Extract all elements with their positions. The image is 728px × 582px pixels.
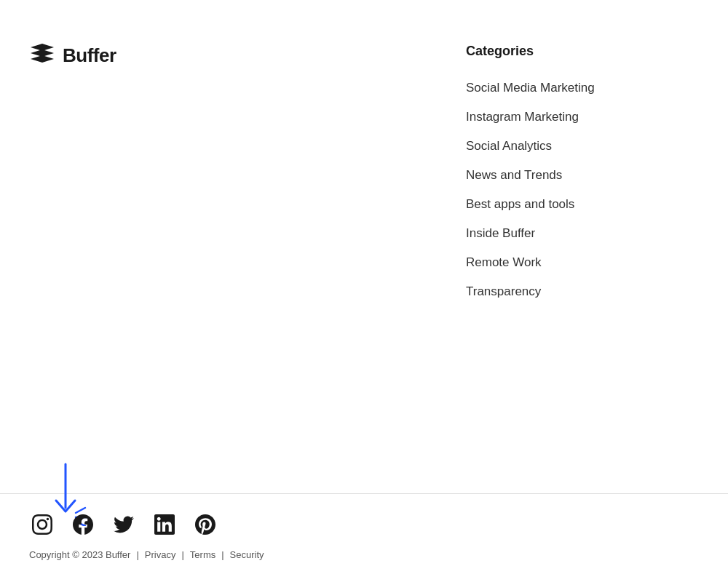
social-icons	[29, 511, 699, 538]
right-section: Categories Social Media Marketing Instag…	[466, 44, 699, 464]
pinterest-icon[interactable]	[192, 511, 218, 538]
twitter-icon[interactable]	[111, 511, 137, 538]
footer-section: Copyright © 2023 Buffer | Privacy | Term…	[0, 493, 728, 582]
category-link-instagram-marketing[interactable]: Instagram Marketing	[466, 110, 579, 124]
list-item[interactable]: News and Trends	[466, 161, 699, 190]
page-container: Buffer Categories Social Media Marketing…	[0, 0, 728, 582]
separator-2: |	[181, 549, 183, 560]
category-link-transparency[interactable]: Transparency	[466, 284, 541, 298]
list-item[interactable]: Instagram Marketing	[466, 103, 699, 132]
categories-title: Categories	[466, 44, 699, 59]
main-content: Buffer Categories Social Media Marketing…	[0, 0, 728, 493]
facebook-icon[interactable]	[70, 511, 96, 538]
logo-text: Buffer	[63, 44, 116, 67]
terms-link[interactable]: Terms	[190, 549, 215, 560]
left-section: Buffer	[29, 44, 466, 464]
instagram-icon[interactable]	[29, 511, 55, 538]
list-item[interactable]: Transparency	[466, 277, 699, 306]
list-item[interactable]: Remote Work	[466, 248, 699, 277]
separator-1: |	[136, 549, 138, 560]
list-item[interactable]: Social Analytics	[466, 132, 699, 161]
category-link-social-analytics[interactable]: Social Analytics	[466, 139, 552, 153]
list-item[interactable]: Inside Buffer	[466, 219, 699, 248]
linkedin-icon[interactable]	[151, 511, 178, 538]
buffer-logo-icon	[29, 44, 55, 67]
category-link-inside-buffer[interactable]: Inside Buffer	[466, 226, 535, 240]
list-item[interactable]: Social Media Marketing	[466, 73, 699, 103]
security-link[interactable]: Security	[230, 549, 264, 560]
privacy-link[interactable]: Privacy	[145, 549, 176, 560]
category-link-remote-work[interactable]: Remote Work	[466, 255, 542, 269]
logo-container[interactable]: Buffer	[29, 44, 466, 67]
list-item[interactable]: Best apps and tools	[466, 190, 699, 219]
category-list: Social Media Marketing Instagram Marketi…	[466, 73, 699, 306]
category-link-news-and-trends[interactable]: News and Trends	[466, 168, 562, 182]
social-icons-wrapper	[29, 511, 699, 538]
svg-marker-2	[31, 55, 54, 63]
copyright-bar: Copyright © 2023 Buffer | Privacy | Term…	[29, 549, 699, 560]
copyright-text: Copyright © 2023 Buffer	[29, 549, 130, 560]
separator-3: |	[221, 549, 223, 560]
category-link-best-apps[interactable]: Best apps and tools	[466, 197, 574, 211]
category-link-social-media-marketing[interactable]: Social Media Marketing	[466, 81, 595, 95]
